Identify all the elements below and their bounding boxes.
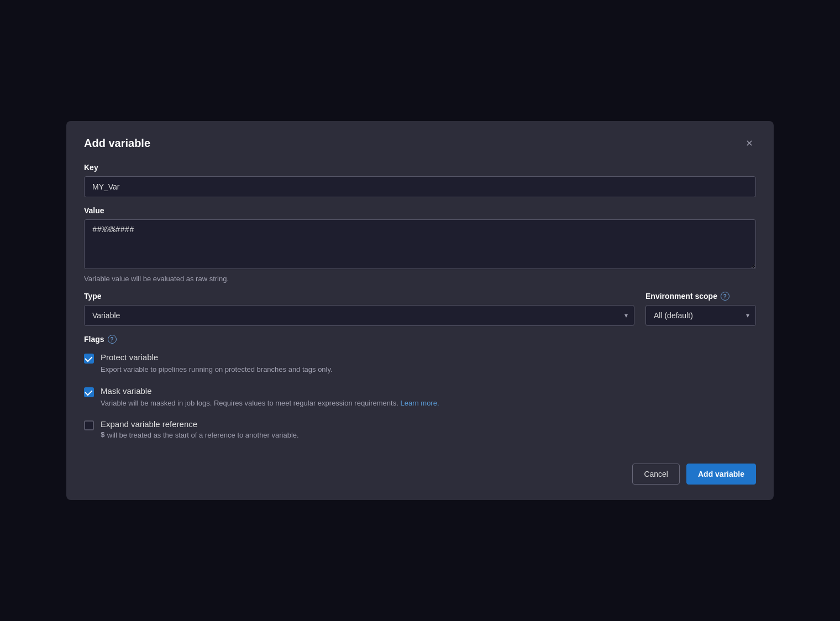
- mask-checkbox-wrapper[interactable]: [84, 387, 94, 397]
- expand-dollar-sign: $: [101, 431, 105, 439]
- value-label: Value: [84, 206, 756, 215]
- mask-learn-more-link[interactable]: Learn more.: [400, 399, 439, 407]
- key-label: Key: [84, 163, 756, 172]
- protect-checkbox-visual[interactable]: [84, 354, 94, 364]
- expand-checkbox-visual[interactable]: [84, 420, 94, 430]
- add-variable-button[interactable]: Add variable: [686, 464, 756, 485]
- close-button[interactable]: [743, 136, 756, 150]
- type-field-group: Type Variable File ▾: [84, 292, 634, 326]
- expand-variable-desc-text: will be treated as the start of a refere…: [107, 431, 299, 439]
- type-label: Type: [84, 292, 634, 301]
- protect-checkbox-wrapper[interactable]: [84, 354, 94, 364]
- value-input[interactable]: [84, 219, 756, 269]
- mask-variable-content: Mask variable Variable will be masked in…: [101, 386, 756, 409]
- mask-checkbox-visual[interactable]: [84, 387, 94, 397]
- dialog-overlay: Add variable Key MY_Var Value Variable v…: [0, 0, 840, 621]
- protect-variable-item: Protect variable Export variable to pipe…: [84, 352, 756, 375]
- mask-variable-desc: Variable will be masked in job logs. Req…: [101, 398, 756, 409]
- env-scope-field-group: Environment scope ? All (default) produc…: [645, 292, 756, 326]
- env-scope-label-row: Environment scope ?: [645, 292, 756, 301]
- expand-variable-desc: $ will be treated as the start of a refe…: [101, 431, 756, 439]
- key-field-group: Key MY_Var: [84, 163, 756, 197]
- flags-section-label: Flags ?: [84, 335, 756, 344]
- close-icon: [745, 139, 754, 148]
- expand-variable-item: Expand variable reference $ will be trea…: [84, 419, 756, 439]
- key-input[interactable]: MY_Var: [84, 176, 756, 197]
- value-field-group: Value Variable value will be evaluated a…: [84, 206, 756, 283]
- dialog-title: Add variable: [84, 137, 150, 150]
- add-variable-dialog: Add variable Key MY_Var Value Variable v…: [66, 121, 774, 500]
- expand-checkbox-wrapper[interactable]: [84, 420, 94, 430]
- expand-variable-label: Expand variable reference: [101, 419, 756, 429]
- type-env-row: Type Variable File ▾ Environment scope ?: [84, 292, 756, 326]
- dialog-footer: Cancel Add variable: [84, 455, 756, 485]
- protect-variable-desc: Export variable to pipelines running on …: [101, 364, 756, 375]
- type-select[interactable]: Variable File: [84, 305, 634, 326]
- mask-variable-item: Mask variable Variable will be masked in…: [84, 386, 756, 409]
- mask-variable-label: Mask variable: [101, 386, 756, 396]
- env-scope-select[interactable]: All (default) production staging develop…: [645, 305, 756, 326]
- protect-variable-content: Protect variable Export variable to pipe…: [101, 352, 756, 375]
- env-scope-label: Environment scope: [645, 292, 717, 301]
- expand-variable-content: Expand variable reference $ will be trea…: [101, 419, 756, 439]
- cancel-button[interactable]: Cancel: [632, 464, 680, 485]
- flags-text: Flags: [84, 335, 104, 344]
- dialog-header: Add variable: [84, 136, 756, 150]
- type-select-wrapper: Variable File ▾: [84, 305, 634, 326]
- protect-variable-label: Protect variable: [101, 352, 756, 362]
- env-scope-select-wrapper: All (default) production staging develop…: [645, 305, 756, 326]
- flags-help-icon[interactable]: ?: [108, 335, 117, 344]
- env-scope-help-icon[interactable]: ?: [721, 292, 729, 301]
- value-hint: Variable value will be evaluated as raw …: [84, 275, 756, 283]
- mask-variable-desc-text: Variable will be masked in job logs. Req…: [101, 399, 398, 407]
